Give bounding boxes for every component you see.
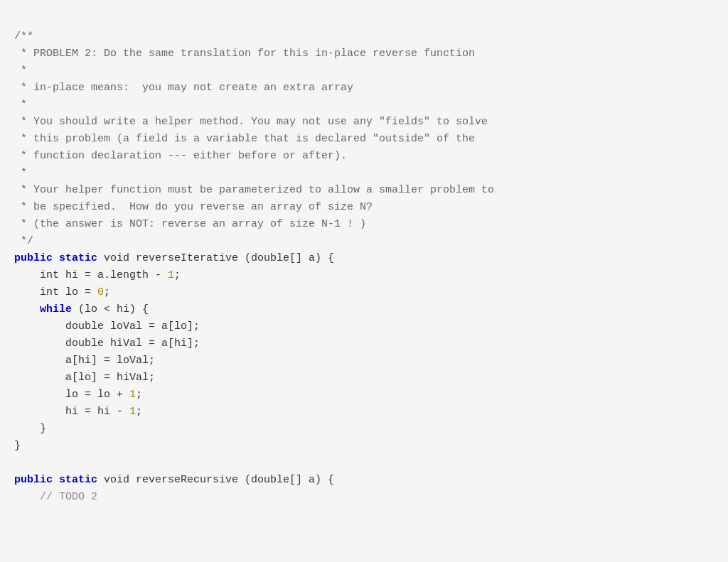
code-line: a[hi] = loVal; <box>14 352 714 369</box>
code-line: lo = lo + 1; <box>14 387 714 404</box>
code-line: */ <box>14 233 714 250</box>
code-line <box>14 455 714 472</box>
code-line: public static void reverseIterative (dou… <box>14 250 714 267</box>
code-line: * You should write a helper method. You … <box>14 114 714 131</box>
code-line: * be specified. How do you reverse an ar… <box>14 199 714 216</box>
code-line: * (the answer is NOT: reverse an array o… <box>14 216 714 233</box>
code-line: hi = hi - 1; <box>14 404 714 421</box>
code-line: int lo = 0; <box>14 284 714 301</box>
code-line: * <box>14 63 714 80</box>
code-line: while (lo < hi) { <box>14 301 714 318</box>
code-line: a[lo] = hiVal; <box>14 369 714 387</box>
code-line: * function declaration --- either before… <box>14 148 714 165</box>
code-line: * this problem (a field is a variable th… <box>14 131 714 148</box>
code-line: * <box>14 97 714 114</box>
code-line: * PROBLEM 2: Do the same translation for… <box>14 45 714 63</box>
code-line: } <box>14 438 714 455</box>
code-editor: /** * PROBLEM 2: Do the same translation… <box>0 0 728 562</box>
code-line: * <box>14 165 714 182</box>
code-line: /** <box>14 28 714 45</box>
code-line: } <box>14 421 714 438</box>
code-line: double hiVal = a[hi]; <box>14 335 714 352</box>
code-line: public static void reverseRecursive (dou… <box>14 472 714 489</box>
code-line: // TODO 2 <box>14 489 714 506</box>
code-line: * Your helper function must be parameter… <box>14 182 714 199</box>
code-line: int hi = a.length - 1; <box>14 267 714 284</box>
code-line: double loVal = a[lo]; <box>14 318 714 335</box>
code-line: * in-place means: you may not create an … <box>14 80 714 97</box>
